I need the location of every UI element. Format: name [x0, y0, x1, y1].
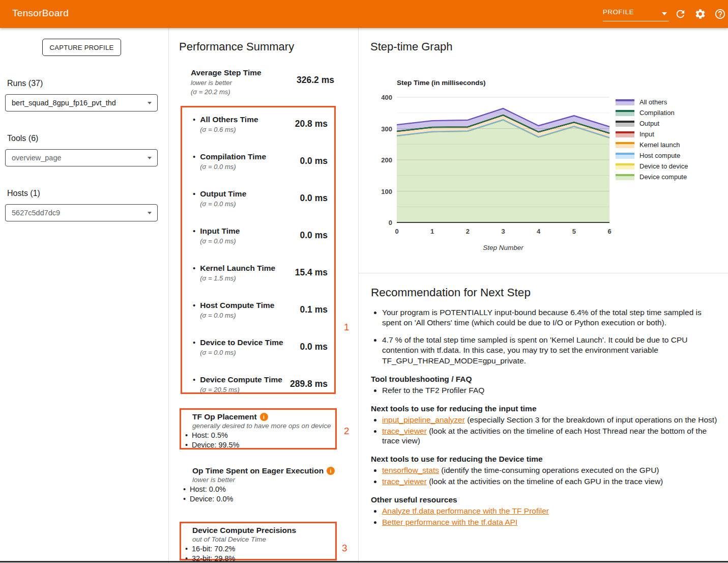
metric-value: 0.1 ms	[300, 304, 328, 315]
svg-text:0: 0	[395, 228, 398, 235]
svg-text:0: 0	[389, 219, 392, 227]
metric-sigma: (σ = 0.6 ms)	[200, 126, 295, 133]
legend-swatch-icon	[616, 99, 634, 105]
metric-row: Compilation Time(σ = 0.0 ms) 0.0 ms	[190, 152, 328, 171]
section-heading: Other useful resources	[371, 495, 716, 504]
performance-summary-panel: Performance Summary Average Step Time lo…	[169, 28, 359, 563]
svg-text:5: 5	[572, 228, 576, 235]
chevron-down-icon	[148, 212, 152, 214]
chevron-down-icon	[662, 12, 667, 15]
info-icon[interactable]: i	[260, 413, 268, 421]
metric-sigma: (σ = 1.5 ms)	[200, 274, 295, 282]
dashboard-selector[interactable]: PROFILE	[603, 6, 669, 21]
hosts-select[interactable]: 5627c5dd7dc9	[5, 204, 158, 221]
app-title: TensorBoard	[12, 8, 69, 19]
chevron-down-icon	[148, 157, 152, 159]
metric-row: Input Time(σ = 0.0 ms) 0.0 ms	[190, 227, 328, 245]
chevron-down-icon	[148, 102, 152, 104]
metric-name: Device Compute Time	[200, 375, 290, 384]
metric-value: 0.0 ms	[300, 193, 328, 204]
item-text: (identify the time-consuming operations …	[439, 466, 659, 474]
average-step-time-row: Average Step Time lower is better (σ = 2…	[191, 68, 334, 96]
refresh-button[interactable]	[675, 8, 686, 20]
legend-swatch-icon	[616, 174, 634, 180]
tool-link[interactable]: input_pipeline_analyzer	[382, 415, 465, 424]
annotation-box-3: Device Compute Precisions out of Total D…	[180, 522, 337, 560]
info-icon[interactable]: i	[327, 467, 335, 475]
app-header: TensorBoard PROFILE	[0, 0, 728, 28]
item-text: Refer to the TF2 Profiler FAQ	[382, 386, 484, 395]
legend-label: All others	[639, 98, 667, 106]
metric-sigma: (σ = 0.0 ms)	[200, 237, 300, 245]
hosts-select-value: 5627c5dd7dc9	[12, 209, 60, 217]
recommendation-title: Recommendation for Next Step	[371, 286, 716, 299]
legend-item: Device to device	[616, 161, 688, 172]
metric-row: Host Compute Time(σ = 0.0 ms) 0.1 ms	[190, 301, 328, 319]
tools-select[interactable]: overview_page	[5, 149, 158, 166]
dashboard-selector-value: PROFILE	[603, 8, 634, 16]
step-time-graph-card: Step-time Graph Step Time (in millisecon…	[359, 28, 728, 273]
annotation-number-2: 2	[344, 426, 350, 437]
legend-item: Compilation	[616, 107, 688, 118]
metric-row: Kernel Launch Time(σ = 1.5 ms) 15.4 ms	[190, 264, 328, 282]
runs-select[interactable]: bert_squad_8gpu_fp16_pvt_thd	[5, 94, 158, 111]
step-time-graph-title: Step-time Graph	[370, 40, 452, 53]
section-divider	[0, 561, 728, 562]
annotation-box-2: TF Op Placementi generally desired to ha…	[180, 408, 337, 449]
legend-swatch-icon	[616, 153, 634, 159]
list-item: Device: 99.5%	[184, 440, 331, 450]
list-item: 4.7 % of the total step time sampled is …	[382, 335, 718, 366]
list-item: Analyze tf.data performance with the TF …	[382, 506, 722, 516]
chart-title: Step Time (in milliseconds)	[397, 79, 486, 87]
help-button[interactable]	[714, 8, 726, 20]
svg-text:1: 1	[430, 228, 434, 235]
section-title: Device Compute Precisions	[192, 526, 296, 535]
gear-icon	[694, 8, 706, 20]
legend-swatch-icon	[616, 142, 634, 148]
legend-swatch-icon	[616, 163, 634, 170]
legend-swatch-icon	[616, 121, 634, 127]
legend-item: Device compute	[616, 172, 688, 182]
legend-item: Kernel launch	[616, 139, 688, 150]
runs-label: Runs (37)	[7, 79, 43, 88]
tensorboard-profile-page: TensorBoard PROFILE CAPTURE PROFILE Runs…	[0, 0, 728, 563]
section-title: Op Time Spent on Eager Execution	[192, 466, 324, 475]
legend-swatch-icon	[616, 131, 634, 137]
metric-sigma: (σ = 0.0 ms)	[200, 349, 300, 356]
list-item: 16-bit: 70.2%	[184, 544, 331, 554]
tool-link[interactable]: tensorflow_stats	[382, 466, 439, 474]
section-title: TF Op Placement	[192, 412, 257, 421]
runs-select-value: bert_squad_8gpu_fp16_pvt_thd	[12, 99, 116, 107]
list-item: Device: 0.0%	[182, 494, 345, 504]
svg-text:4: 4	[537, 228, 541, 235]
capture-profile-button[interactable]: CAPTURE PROFILE	[42, 39, 121, 56]
help-icon	[714, 8, 726, 20]
metric-sigma: (σ = 20.5 ms)	[200, 386, 290, 393]
metric-sigma: (σ = 20.2 ms)	[191, 88, 334, 96]
legend-label: Device to device	[639, 162, 688, 170]
resource-link[interactable]: Analyze tf.data performance with the TF …	[382, 506, 549, 515]
tool-link[interactable]: trace_viewer	[382, 427, 427, 435]
list-item: Your program is POTENTIALLY input-bound …	[382, 307, 718, 328]
svg-text:3: 3	[501, 228, 505, 235]
metric-row: Device to Device Time(σ = 0.0 ms) 0.0 ms	[190, 338, 328, 356]
svg-text:6: 6	[607, 228, 611, 235]
section-heading: Next tools to use for reducing the Devic…	[371, 455, 716, 464]
list-item: Better performance with the tf.data API	[382, 517, 722, 527]
metric-sigma: (σ = 0.0 ms)	[200, 200, 300, 208]
metric-name: Output Time	[200, 189, 300, 199]
recommendation-section: Recommendation for Next Step Your progra…	[359, 273, 728, 528]
section-heading: Next tools to use for reducing the input…	[371, 404, 716, 413]
right-panel: Step-time Graph Step Time (in millisecon…	[359, 28, 728, 563]
settings-button[interactable]	[694, 8, 706, 20]
item-text: (look at the activities on the timeline …	[427, 477, 663, 486]
resource-link[interactable]: Better performance with the tf.data API	[382, 518, 517, 526]
list-item: Host: 0.0%	[182, 485, 345, 494]
metric-value: 0.0 ms	[300, 342, 328, 352]
section-subtitle: out of Total Device Time	[192, 536, 331, 543]
metric-name: Compilation Time	[200, 152, 300, 161]
metric-value: 326.2 ms	[297, 75, 334, 86]
annotation-number-1: 1	[344, 322, 350, 333]
section-heading: Tool troubleshooting / FAQ	[371, 375, 716, 384]
tool-link[interactable]: trace_viewer	[382, 477, 427, 486]
